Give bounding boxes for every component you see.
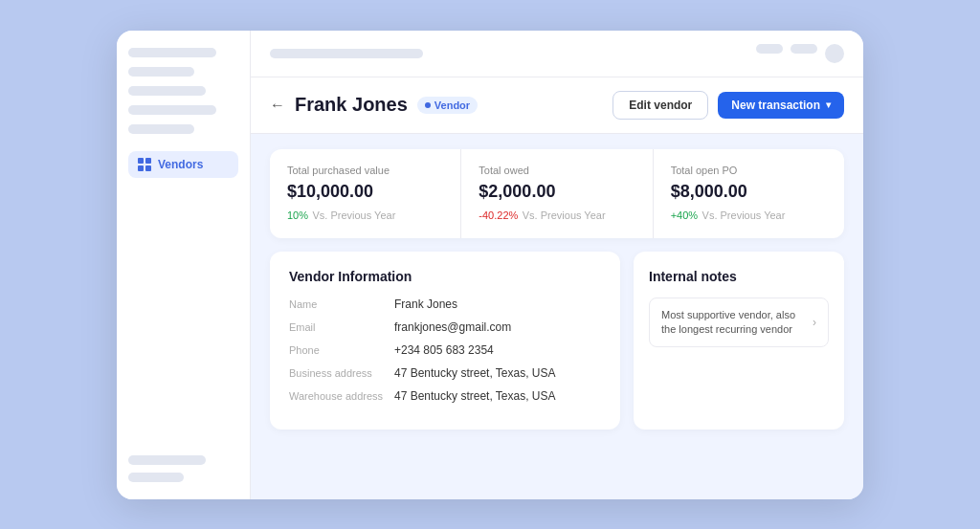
new-transaction-button[interactable]: New transaction ▾ <box>718 92 844 119</box>
bottom-row: Vendor Information Name Frank Jones Emai… <box>270 252 844 430</box>
stat-label-2: Total open PO <box>671 165 827 176</box>
top-bar <box>251 31 863 77</box>
vendor-info-card: Vendor Information Name Frank Jones Emai… <box>270 252 620 430</box>
info-value-1: frankjones@gmail.com <box>394 320 511 334</box>
grid-icon <box>138 158 151 171</box>
internal-notes-title: Internal notes <box>649 269 829 284</box>
sidebar-skeleton-5 <box>128 124 194 134</box>
note-item-0[interactable]: Most supportive vendor, also the longest… <box>649 298 829 348</box>
stat-change-label-0: Vs. Previous Year <box>312 209 395 221</box>
sidebar-skeleton-1 <box>128 48 216 57</box>
info-label-4: Warehouse address <box>289 390 394 402</box>
stat-label-1: Total owed <box>479 165 635 176</box>
search-bar-skeleton <box>270 49 423 58</box>
note-chevron-icon: › <box>813 316 816 329</box>
stat-change-2: +40% <box>671 209 698 221</box>
main-content: ← Frank Jones Vendor Edit vendor New tra… <box>251 31 863 499</box>
stat-value-1: $2,000.00 <box>479 182 635 202</box>
sidebar-item-vendors[interactable]: Vendors <box>128 151 238 178</box>
stat-change-label-1: Vs. Previous Year <box>523 209 606 221</box>
app-window: Vendors ← Frank Jones <box>117 31 863 499</box>
stat-change-1: -40.22% <box>479 209 518 221</box>
stat-card-1: Total owed $2,000.00 -40.22% Vs. Previou… <box>461 149 653 238</box>
page-header: ← Frank Jones Vendor Edit vendor New tra… <box>251 77 863 134</box>
vendor-badge: Vendor <box>417 97 478 114</box>
new-transaction-label: New transaction <box>731 99 820 112</box>
sidebar-skeleton-2 <box>128 67 194 77</box>
content-area: Total purchased value $10,000.00 10% Vs.… <box>251 134 863 499</box>
notes-card: Internal notes Most supportive vendor, a… <box>634 252 844 430</box>
sidebar-skeleton-4 <box>128 105 216 115</box>
sidebar-skeleton-3 <box>128 86 206 96</box>
info-label-3: Business address <box>289 367 394 379</box>
stat-value-2: $8,000.00 <box>671 182 827 202</box>
topbar-avatar <box>825 44 844 63</box>
info-value-2: +234 805 683 2354 <box>394 343 494 357</box>
stat-change-label-2: Vs. Previous Year <box>702 209 786 221</box>
chevron-down-icon: ▾ <box>826 99 831 110</box>
page-header-left: ← Frank Jones Vendor <box>270 94 478 116</box>
info-value-4: 47 Bentucky street, Texas, USA <box>394 389 556 403</box>
stats-row: Total purchased value $10,000.00 10% Vs.… <box>270 149 844 238</box>
info-label-1: Email <box>289 321 394 333</box>
back-button[interactable]: ← <box>270 97 285 114</box>
sidebar-bottom <box>128 455 238 482</box>
vendor-badge-label: Vendor <box>434 99 470 111</box>
info-label-2: Phone <box>289 344 394 356</box>
info-row-3: Business address 47 Bentucky street, Tex… <box>289 366 601 380</box>
topbar-icon-1 <box>756 44 783 54</box>
sidebar-item-label: Vendors <box>158 158 203 171</box>
page-header-actions: Edit vendor New transaction ▾ <box>612 91 844 120</box>
sidebar-bottom-2 <box>128 473 184 482</box>
sidebar-bottom-1 <box>128 455 206 465</box>
info-label-0: Name <box>289 298 394 310</box>
search-row <box>270 44 844 63</box>
page-title: Frank Jones <box>295 94 408 116</box>
info-row-0: Name Frank Jones <box>289 298 601 311</box>
edit-vendor-button[interactable]: Edit vendor <box>612 91 708 120</box>
stat-card-0: Total purchased value $10,000.00 10% Vs.… <box>270 149 461 238</box>
top-bar-icons <box>756 44 844 63</box>
info-value-3: 47 Bentucky street, Texas, USA <box>394 366 556 380</box>
info-row-2: Phone +234 805 683 2354 <box>289 343 601 357</box>
info-row-1: Email frankjones@gmail.com <box>289 320 601 334</box>
topbar-icon-2 <box>791 44 817 54</box>
info-value-0: Frank Jones <box>394 298 457 311</box>
vendor-badge-dot <box>425 102 431 108</box>
note-text-0: Most supportive vendor, also the longest… <box>661 308 805 338</box>
stat-card-2: Total open PO $8,000.00 +40% Vs. Previou… <box>654 149 844 238</box>
vendor-info-title: Vendor Information <box>289 269 601 284</box>
info-row-4: Warehouse address 47 Bentucky street, Te… <box>289 389 601 403</box>
stat-value-0: $10,000.00 <box>287 182 443 202</box>
sidebar: Vendors <box>117 31 251 499</box>
stat-label-0: Total purchased value <box>287 165 443 176</box>
stat-change-0: 10% <box>287 209 308 221</box>
